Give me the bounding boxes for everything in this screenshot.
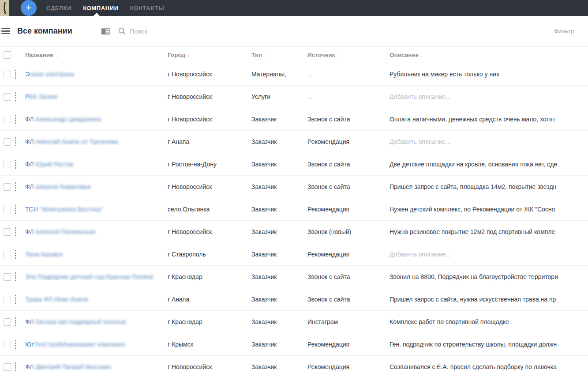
table-row[interactable]: ФЛ Алексей Пионерская г Новороссийск Зак… — [0, 221, 588, 243]
tab-contacts[interactable]: КОНТАКТЫ — [130, 0, 165, 16]
table-row[interactable]: ФЛ Александр Цемдолина г Новороссийск За… — [0, 108, 588, 131]
company-city: г Ставрополь — [168, 251, 251, 258]
row-checkbox[interactable] — [4, 206, 11, 213]
company-city: г Новороссийск — [168, 116, 251, 123]
table-row[interactable]: ФЛ Юрий Ростов г Ростов-на-Дону Заказчик… — [0, 153, 588, 176]
company-description[interactable]: Нужно резиновое покрытие 12м2 под спорти… — [390, 228, 588, 235]
table-row[interactable]: ФЛ Николай Анапа ул Тургенева г Анапа За… — [0, 131, 588, 153]
search-input[interactable] — [130, 28, 196, 35]
menu-icon[interactable] — [1, 27, 10, 36]
row-checkbox[interactable] — [4, 228, 11, 236]
company-description[interactable]: Оплата наличными, денежных средств очень… — [390, 116, 588, 123]
row-menu-icon[interactable] — [15, 340, 17, 349]
row-checkbox[interactable] — [4, 296, 11, 303]
row-menu-icon[interactable] — [15, 205, 17, 214]
company-description[interactable]: Ген. подрядчик по строительству школы, п… — [390, 341, 588, 348]
table-row[interactable]: ЮгТехСтройИнжиниринг компания г Крымск З… — [0, 333, 588, 356]
add-button[interactable]: + — [21, 0, 37, 16]
company-description[interactable]: Звонил на 8800, Подрядчик на благоустрой… — [390, 273, 588, 280]
company-name-link[interactable]: ФЛ Дмитрий Прораб Мысхако — [25, 363, 111, 370]
row-menu-icon[interactable] — [15, 250, 17, 259]
table-row[interactable]: ФЛ Шерали Борисовка г Новороссийск Заказ… — [0, 176, 588, 198]
company-description[interactable]: Рубильник на микер есть только у них — [390, 71, 588, 78]
company-name-link[interactable]: Этр Подрядчик детский сад Красная Поляна — [25, 273, 153, 280]
row-menu-icon[interactable] — [15, 272, 17, 281]
company-source: Рекомендация — [307, 363, 390, 370]
row-menu-icon[interactable] — [15, 115, 17, 124]
table-row[interactable]: Трава ФЛ Иван Анапа г Анапа Заказчик Зво… — [0, 288, 588, 311]
company-name-link[interactable]: Лена Крымск — [25, 251, 63, 258]
row-menu-icon[interactable] — [15, 160, 17, 169]
row-checkbox[interactable] — [4, 251, 11, 258]
row-menu-icon[interactable] — [15, 70, 17, 79]
company-source: Звонок с сайта — [307, 296, 390, 303]
active-tab-notch — [94, 13, 100, 16]
tab-deals[interactable]: СДЕЛКИ — [46, 0, 71, 16]
row-checkbox[interactable] — [4, 138, 11, 146]
row-checkbox[interactable] — [4, 341, 11, 348]
company-description[interactable]: Пришел запрос с сайта, нужна искусственн… — [390, 296, 588, 303]
row-checkbox[interactable] — [4, 71, 11, 78]
table-row[interactable]: Элком электрика г Новороссийск Материалы… — [0, 63, 588, 86]
company-description[interactable]: Добавить описание... — [390, 138, 588, 145]
company-name-link[interactable]: ТСН "Жемчужина Востока" — [25, 206, 103, 213]
column-header-city[interactable]: Город↓ — [168, 52, 251, 58]
row-checkbox[interactable] — [4, 161, 11, 168]
company-name-link[interactable]: ФЛ Николай Анапа ул Тургенева — [25, 138, 118, 145]
filter-button[interactable]: Фильтр — [554, 28, 574, 34]
company-name-link[interactable]: РБК Лизинг — [25, 93, 58, 100]
tab-companies[interactable]: КОМПАНИИ — [83, 0, 118, 16]
row-checkbox[interactable] — [4, 116, 11, 123]
company-name-link[interactable]: ЮгТехСтройИнжиниринг компания — [25, 341, 125, 348]
company-name-redacted: лком электрика — [30, 71, 74, 78]
company-name-link[interactable]: ФЛ Александр Цемдолина — [25, 116, 101, 123]
table-row[interactable]: ФЛ Оксана кап подрядный поселок г Красно… — [0, 311, 588, 333]
table-row[interactable]: Лена Крымск г Ставрополь Заказчик Рекоме… — [0, 243, 588, 266]
company-name-link[interactable]: ФЛ Алексей Пионерская — [25, 228, 95, 235]
column-header-source[interactable]: Источник↓ — [307, 52, 390, 58]
table-row[interactable]: ФЛ Дмитрий Прораб Мысхако г Новороссийск… — [0, 356, 588, 377]
row-menu-icon[interactable] — [15, 137, 17, 146]
company-name-prefix: ФЛ — [25, 138, 35, 145]
company-name-redacted: Александр Цемдолина — [35, 116, 101, 123]
company-type: Заказчик — [251, 116, 307, 123]
row-menu-icon[interactable] — [15, 182, 17, 191]
column-header-name[interactable]: Название↓ — [25, 52, 168, 58]
column-header-description[interactable]: Описание↓ — [390, 52, 588, 58]
company-description[interactable]: Комплекс работ по спортивной площадке — [390, 318, 588, 325]
search-icon[interactable] — [118, 27, 126, 35]
row-checkbox[interactable] — [4, 318, 11, 326]
company-city: село Ольгинка — [168, 206, 251, 213]
row-menu-icon[interactable] — [15, 362, 17, 371]
company-name-link[interactable]: ФЛ Юрий Ростов — [25, 161, 74, 168]
row-checkbox[interactable] — [4, 93, 11, 101]
row-menu-icon[interactable] — [15, 227, 17, 236]
row-checkbox[interactable] — [4, 363, 11, 371]
table-row[interactable]: ТСН "Жемчужина Востока" село Ольгинка За… — [0, 198, 588, 221]
row-menu-icon[interactable] — [15, 295, 17, 304]
company-name-prefix: ТСН — [25, 206, 40, 213]
row-menu-icon[interactable] — [15, 92, 17, 101]
company-name-link[interactable]: Трава ФЛ Иван Анапа — [25, 296, 88, 303]
select-all-checkbox[interactable] — [4, 51, 11, 59]
company-name-link[interactable]: Элком электрика — [25, 71, 74, 78]
sort-icon: ↓ — [337, 52, 340, 58]
lizard-logo-icon — [2, 2, 8, 14]
company-city: г Крымск — [168, 341, 251, 348]
column-header-type[interactable]: Тип↓ — [251, 52, 307, 58]
row-menu-icon[interactable] — [15, 317, 17, 326]
row-checkbox[interactable] — [4, 273, 11, 281]
card-view-icon[interactable] — [101, 28, 110, 35]
row-checkbox[interactable] — [4, 183, 11, 191]
table-row[interactable]: РБК Лизинг г Новороссийск Услуги ... Доб… — [0, 86, 588, 108]
company-description[interactable]: Добавить описание... — [390, 251, 588, 258]
company-description[interactable]: Пришел запрос с сайта, площадка 14м2, по… — [390, 183, 588, 190]
table-row[interactable]: Этр Подрядчик детский сад Красная Поляна… — [0, 266, 588, 288]
company-description[interactable]: Добавить описание... — [390, 93, 588, 100]
company-name-link[interactable]: ФЛ Шерали Борисовка — [25, 183, 91, 190]
company-description[interactable]: Две детские площадки на кровле, основани… — [390, 161, 588, 168]
company-description[interactable]: Созванивался с Е.А. просил сделать подбо… — [390, 363, 588, 370]
company-description[interactable]: Нужен детский комплекс, по Рекомендации … — [390, 206, 588, 213]
toolbar: Все компании Фильтр — [0, 16, 588, 46]
company-name-link[interactable]: ФЛ Оксана кап подрядный поселок — [25, 318, 126, 325]
